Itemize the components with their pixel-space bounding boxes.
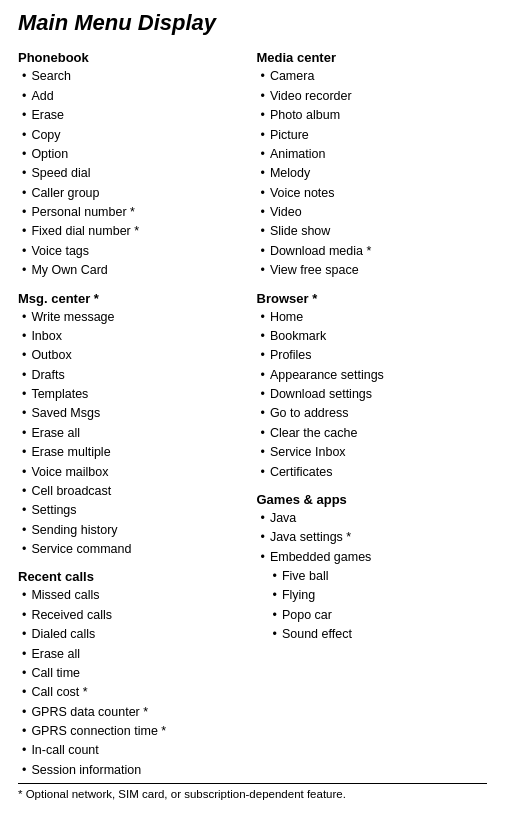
- list-item: Bookmark: [257, 327, 488, 346]
- list-item: Write message: [18, 308, 249, 327]
- list-item: Certificates: [257, 463, 488, 482]
- list-item: GPRS connection time *: [18, 722, 249, 741]
- list-item: Clear the cache: [257, 424, 488, 443]
- list-item: My Own Card: [18, 261, 249, 280]
- section-title-browser: Browser *: [257, 291, 488, 306]
- section-title-msg-center: Msg. center *: [18, 291, 249, 306]
- list-item: Erase all: [18, 645, 249, 664]
- section-list-msg-center: Write messageInboxOutboxDraftsTemplatesS…: [18, 308, 249, 560]
- list-item: Dialed calls: [18, 625, 249, 644]
- section-list-browser: HomeBookmarkProfilesAppearance settingsD…: [257, 308, 488, 482]
- list-item: Service Inbox: [257, 443, 488, 462]
- section-list-recent-calls: Missed callsReceived callsDialed callsEr…: [18, 586, 249, 780]
- list-item: Voice notes: [257, 184, 488, 203]
- list-item: Video: [257, 203, 488, 222]
- list-item: Sending history: [18, 521, 249, 540]
- list-item: Fixed dial number *: [18, 222, 249, 241]
- section-title-recent-calls: Recent calls: [18, 569, 249, 584]
- section-list-games-apps: JavaJava settings *• Embedded gamesFive …: [257, 509, 488, 645]
- sub-list-item: Flying: [261, 586, 488, 605]
- section-title-phonebook: Phonebook: [18, 50, 249, 65]
- list-item: View free space: [257, 261, 488, 280]
- sub-list-item: Five ball: [261, 567, 488, 586]
- list-item: Option: [18, 145, 249, 164]
- list-item: Erase all: [18, 424, 249, 443]
- list-item: Inbox: [18, 327, 249, 346]
- list-item: Picture: [257, 126, 488, 145]
- list-item: Settings: [18, 501, 249, 520]
- sub-list-item: Popo car: [261, 606, 488, 625]
- list-item: Camera: [257, 67, 488, 86]
- section-list-phonebook: SearchAddEraseCopyOptionSpeed dialCaller…: [18, 67, 249, 280]
- list-item: Photo album: [257, 106, 488, 125]
- list-item: Search: [18, 67, 249, 86]
- list-item: GPRS data counter *: [18, 703, 249, 722]
- sub-list: Five ballFlyingPopo carSound effect: [261, 567, 488, 645]
- list-item: Go to address: [257, 404, 488, 423]
- list-item: Appearance settings: [257, 366, 488, 385]
- section-title-media-center: Media center: [257, 50, 488, 65]
- list-item: Cell broadcast: [18, 482, 249, 501]
- list-item: Animation: [257, 145, 488, 164]
- list-item: Download media *: [257, 242, 488, 261]
- list-item: Caller group: [18, 184, 249, 203]
- list-item: Video recorder: [257, 87, 488, 106]
- list-item: Melody: [257, 164, 488, 183]
- list-item: Missed calls: [18, 586, 249, 605]
- list-item: Java: [257, 509, 488, 528]
- list-item: Copy: [18, 126, 249, 145]
- section-msg-center: Msg. center *Write messageInboxOutboxDra…: [18, 291, 249, 560]
- sub-list-item: Sound effect: [261, 625, 488, 644]
- list-item: Erase multiple: [18, 443, 249, 462]
- section-recent-calls: Recent callsMissed callsReceived callsDi…: [18, 569, 249, 780]
- column-1: Media centerCameraVideo recorderPhoto al…: [257, 50, 488, 790]
- footnote: * Optional network, SIM card, or subscri…: [18, 783, 487, 800]
- list-item: Slide show: [257, 222, 488, 241]
- list-item: Profiles: [257, 346, 488, 365]
- list-item: Voice mailbox: [18, 463, 249, 482]
- section-media-center: Media centerCameraVideo recorderPhoto al…: [257, 50, 488, 280]
- list-item: • Embedded gamesFive ballFlyingPopo carS…: [257, 548, 488, 645]
- content-grid: PhonebookSearchAddEraseCopyOptionSpeed d…: [18, 50, 487, 790]
- list-item: Java settings *: [257, 528, 488, 547]
- list-item: Session information: [18, 761, 249, 780]
- list-item: Voice tags: [18, 242, 249, 261]
- list-item: Saved Msgs: [18, 404, 249, 423]
- page-title: Main Menu Display: [18, 10, 487, 36]
- column-0: PhonebookSearchAddEraseCopyOptionSpeed d…: [18, 50, 249, 790]
- list-item: Outbox: [18, 346, 249, 365]
- section-games-apps: Games & appsJavaJava settings *• Embedde…: [257, 492, 488, 645]
- section-browser: Browser *HomeBookmarkProfilesAppearance …: [257, 291, 488, 482]
- section-list-media-center: CameraVideo recorderPhoto albumPictureAn…: [257, 67, 488, 280]
- list-item: Received calls: [18, 606, 249, 625]
- list-item: Call cost *: [18, 683, 249, 702]
- list-item: Personal number *: [18, 203, 249, 222]
- list-item: Service command: [18, 540, 249, 559]
- list-item: Download settings: [257, 385, 488, 404]
- list-item: Erase: [18, 106, 249, 125]
- list-item: Add: [18, 87, 249, 106]
- list-item: Call time: [18, 664, 249, 683]
- section-title-games-apps: Games & apps: [257, 492, 488, 507]
- list-item: Speed dial: [18, 164, 249, 183]
- section-phonebook: PhonebookSearchAddEraseCopyOptionSpeed d…: [18, 50, 249, 280]
- list-item: In-call count: [18, 741, 249, 760]
- list-item: Home: [257, 308, 488, 327]
- list-item: Drafts: [18, 366, 249, 385]
- list-item: Templates: [18, 385, 249, 404]
